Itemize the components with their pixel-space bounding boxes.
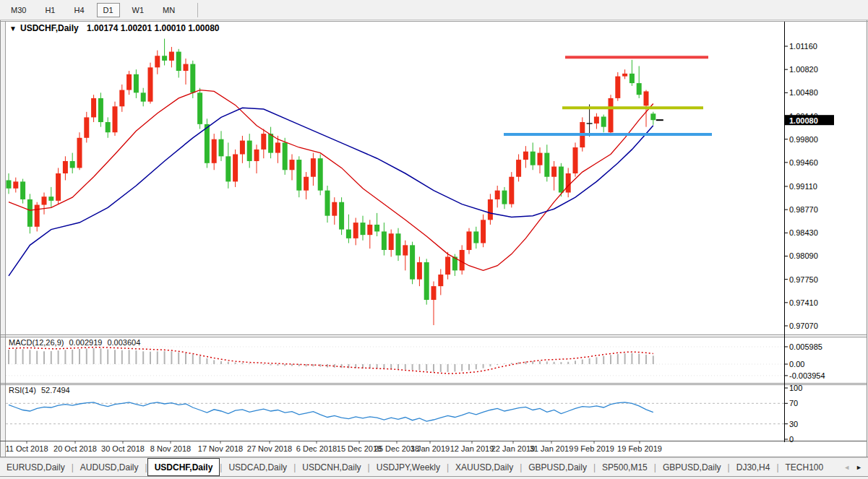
tab-sp500-m15[interactable]: SP500,M15 xyxy=(596,458,654,476)
candle xyxy=(609,98,614,132)
candle xyxy=(629,74,635,83)
candle xyxy=(615,77,620,98)
timeframe-button-H4[interactable]: H4 xyxy=(67,3,90,17)
chart-canvas: 1.011601.008201.004801.001400.998000.994… xyxy=(0,20,868,457)
candle xyxy=(650,113,656,120)
candle xyxy=(119,90,124,107)
macd-value: 0.002919 xyxy=(69,338,102,347)
tab-gbpusd-daily[interactable]: GBPUSD,Daily xyxy=(656,458,728,476)
tab-eurusd-daily[interactable]: EURUSD,Daily xyxy=(0,458,72,476)
toolbar-separator xyxy=(197,3,198,17)
date-axis-label: 27 Nov 2018 xyxy=(247,444,292,453)
date-axis-label: 9 Feb 2019 xyxy=(574,444,614,453)
symbol-dropdown-icon[interactable]: ▼ xyxy=(9,25,17,33)
price-axis-label: 0.98430 xyxy=(789,228,818,237)
tab-scroll-arrows: ◄► xyxy=(841,458,868,476)
candle xyxy=(190,64,195,93)
candle xyxy=(438,275,443,286)
chart-tab-bar: EURUSD,Daily|AUDUSD,Daily|USDCHF,Daily|U… xyxy=(0,457,868,477)
rsi-axis-label: 100 xyxy=(789,384,802,392)
date-axis-label: 17 Nov 2018 xyxy=(198,444,243,453)
date-axis-label: 30 Oct 2018 xyxy=(101,444,145,453)
candle xyxy=(240,141,245,155)
rsi-axis-label: 30 xyxy=(789,420,798,428)
tab-scroll-left-icon[interactable]: ◄ xyxy=(841,464,853,471)
candle xyxy=(261,134,266,150)
tab-usdjpy-weekly[interactable]: USDJPY,Weekly xyxy=(370,458,447,476)
price-axis-label: 0.99110 xyxy=(789,182,817,191)
rsi-name: RSI(14) xyxy=(9,386,36,394)
candle xyxy=(126,74,132,90)
candle xyxy=(296,160,301,191)
timeframe-button-H1[interactable]: H1 xyxy=(38,3,61,17)
candle xyxy=(622,74,627,77)
macd-name: MACD(12,26,9) xyxy=(9,338,64,347)
candle xyxy=(601,116,606,126)
candle xyxy=(353,223,358,238)
candle xyxy=(445,256,450,275)
candle xyxy=(148,67,153,101)
candle xyxy=(13,181,18,188)
tab-usdcnh-daily[interactable]: USDCNH,Daily xyxy=(296,458,367,476)
candle xyxy=(467,231,472,250)
chart-title: USDCHF,Daily 1.00174 1.00201 1.00010 1.0… xyxy=(20,23,220,33)
candle xyxy=(523,152,528,160)
candle xyxy=(551,167,557,177)
candle xyxy=(233,154,238,181)
price-axis-label: 0.98090 xyxy=(789,251,818,260)
candle xyxy=(134,74,139,93)
candle xyxy=(566,173,571,192)
tab-gbpusd-daily[interactable]: GBPUSD,Daily xyxy=(522,458,593,476)
candle xyxy=(212,139,217,163)
candle xyxy=(84,117,89,137)
tab-dj30-h4[interactable]: DJ30,H4 xyxy=(730,458,777,476)
candle xyxy=(311,158,316,177)
candle xyxy=(304,177,309,191)
tab-usdchf-daily[interactable]: USDCHF,Daily xyxy=(147,458,220,476)
date-axis-label: 8 Nov 2018 xyxy=(150,444,191,453)
candle xyxy=(283,142,288,170)
candle xyxy=(473,231,478,243)
candle xyxy=(254,150,259,161)
candle xyxy=(275,142,280,152)
candle xyxy=(538,153,543,165)
tab-tech100[interactable]: TECH100 xyxy=(779,458,830,476)
tab-audusd-daily[interactable]: AUDUSD,Daily xyxy=(74,458,145,476)
price-axis-label: 0.97070 xyxy=(789,322,818,330)
price-axis-label: 1.01160 xyxy=(789,42,817,51)
date-axis-label: 20 Oct 2018 xyxy=(53,444,97,453)
timeframe-button-W1[interactable]: W1 xyxy=(126,3,151,17)
tab-scroll-right-icon[interactable]: ► xyxy=(853,464,865,471)
tab-xauusd-daily[interactable]: XAUUSD,Daily xyxy=(449,458,520,476)
date-axis-label: 19 Feb 2019 xyxy=(617,444,662,453)
price-axis-label: 0.99460 xyxy=(789,158,818,167)
date-axis-label: 11 Oct 2018 xyxy=(5,444,48,453)
macd-signal-value: 0.003604 xyxy=(107,338,140,347)
candle xyxy=(7,180,12,188)
candle xyxy=(396,233,401,255)
candle xyxy=(318,158,323,190)
chart-plot-area[interactable] xyxy=(6,22,784,442)
candle xyxy=(20,181,25,199)
candle xyxy=(644,91,649,105)
candle xyxy=(495,191,500,199)
date-axis-label: 12 Jan 2019 xyxy=(450,444,494,453)
candle xyxy=(27,199,33,227)
date-axis-label: 6 Dec 2018 xyxy=(296,444,337,453)
candle xyxy=(502,191,507,204)
candle xyxy=(162,56,167,61)
candle xyxy=(481,220,486,243)
candle xyxy=(268,134,273,152)
candle xyxy=(48,197,53,201)
candle xyxy=(516,160,521,177)
tab-usdcad-daily[interactable]: USDCAD,Daily xyxy=(222,458,293,476)
timeframe-button-MN[interactable]: MN xyxy=(156,3,181,17)
candle xyxy=(339,202,344,230)
timeframe-button-M30[interactable]: M30 xyxy=(4,3,33,17)
candle xyxy=(184,64,189,71)
candle xyxy=(346,230,351,238)
price-axis-label: 0.97410 xyxy=(789,298,818,307)
candle xyxy=(290,160,295,170)
macd-axis-label: 0.005985 xyxy=(789,342,822,351)
timeframe-button-D1[interactable]: D1 xyxy=(97,3,120,17)
